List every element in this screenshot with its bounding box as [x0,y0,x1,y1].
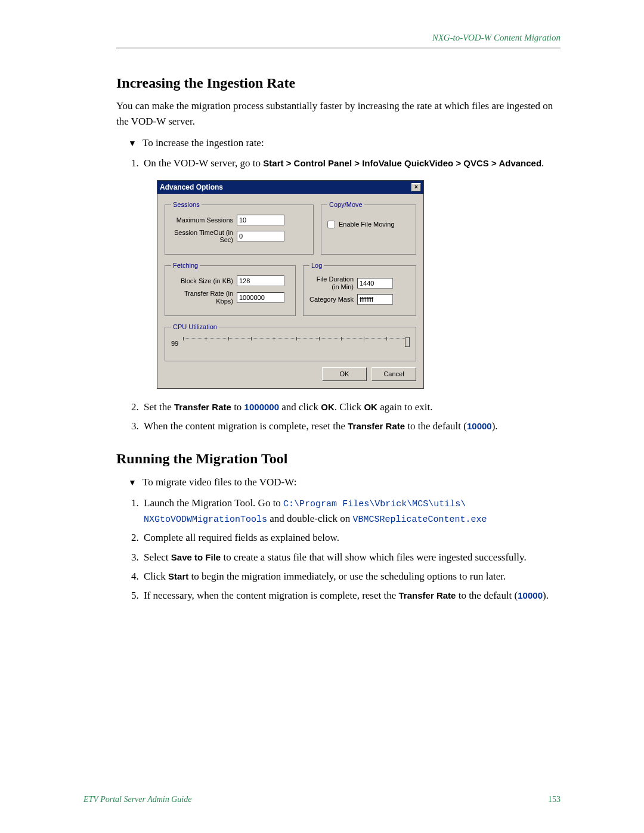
text: and double-click on [267,513,353,524]
text: and click [279,401,321,413]
max-sessions-label: Maximum Sessions [171,216,237,224]
category-mask-label: Category Mask [309,296,357,303]
text: Save to File [171,552,221,562]
step-1-2: Set the Transfer Rate to 1000000 and cli… [141,400,561,415]
step-2-2: Complete all required fields as explaine… [141,530,561,546]
text: to the default ( [405,420,467,432]
copymove-group: Copy/Move Enable File Moving [321,200,416,255]
text: ). [543,590,549,601]
step-1-3: When the content migration is complete, … [141,419,561,434]
close-icon[interactable]: × [411,183,421,191]
text: to begin the migration immediately, or u… [188,571,506,582]
text: OK [321,402,335,412]
enable-file-moving-checkbox[interactable] [327,221,335,228]
sessions-group: Sessions Maximum Sessions Session TimeOu… [165,200,314,255]
cpu-legend: CPU Utilization [171,322,219,332]
text: Transfer Rate [399,590,456,600]
procedure-intro-1-text: To increase the ingestion rate: [143,137,264,148]
header-rule [116,48,561,48]
text: OK [364,402,377,412]
nav-path: Start > Control Panel > InfoValue QuickV… [263,158,541,168]
code-exe: VBMCSReplicateContent.exe [353,515,487,525]
heading-ingestion: Increasing the Ingestion Rate [116,75,561,91]
steps-list-2: Launch the Migration Tool. Go to C:\Prog… [141,496,561,604]
file-duration-input[interactable] [357,278,393,289]
cancel-button[interactable]: Cancel [371,367,416,381]
max-sessions-input[interactable] [237,215,284,225]
page-header: NXG-to-VOD-W Content Migration [116,33,561,43]
procedure-intro-2-text: To migrate video files to the VOD-W: [143,476,296,488]
footer-guide-name: ETV Portal Server Admin Guide [83,795,191,804]
cpu-group: CPU Utilization 99 [165,322,416,361]
transfer-rate-label: Transfer Rate (in Kbps) [171,290,237,304]
text: Start [168,571,188,581]
text: Click [144,571,168,582]
text: 1000000 [244,402,279,412]
block-size-input[interactable] [237,275,284,286]
text: ). [492,420,498,432]
transfer-rate-input[interactable] [237,292,284,303]
dialog-titlebar: Advanced Options × [157,181,423,194]
text: On the VOD-W server, go to [144,157,263,169]
enable-file-moving-label: Enable File Moving [339,219,395,230]
text: 10000 [467,421,492,431]
text: If necessary, when the content migration… [144,590,399,601]
step-2-4: Click Start to begin the migration immed… [141,569,561,584]
heading-running: Running the Migration Tool [116,451,561,467]
step-2-5: If necessary, when the content migration… [141,588,561,603]
session-timeout-label: Session TimeOut (in Sec) [171,229,237,243]
ok-button[interactable]: OK [322,367,367,381]
footer-page-number: 153 [548,795,561,804]
para-ingestion: You can make the migration process subst… [116,98,561,129]
text: Select [144,552,171,563]
text: to create a status file that will show w… [221,552,527,563]
text: . Click [335,401,364,413]
triangle-down-icon: ▼ [128,476,140,490]
text: Transfer Rate [348,421,405,431]
step-2-1: Launch the Migration Tool. Go to C:\Prog… [141,496,561,527]
text: Set the [144,401,174,413]
log-group: Log File Duration (in Min) Category Mask [303,261,416,315]
fetching-group: Fetching Block Size (in KB) Transfer Rat… [165,261,296,315]
cpu-value: 99 [171,339,178,349]
text: to the default ( [456,590,518,601]
text: to [231,401,244,413]
triangle-down-icon: ▼ [128,137,140,150]
text: 10000 [518,590,543,600]
file-duration-label: File Duration (in Min) [309,275,357,290]
session-timeout-input[interactable] [237,231,284,241]
advanced-options-dialog: Advanced Options × Sessions Maximum Sess… [157,180,424,389]
category-mask-input[interactable] [357,294,393,305]
fetching-legend: Fetching [171,261,200,271]
copymove-legend: Copy/Move [327,200,364,210]
text: Launch the Migration Tool. Go to [144,497,283,509]
sessions-legend: Sessions [171,200,202,210]
text: . [541,157,544,169]
procedure-intro-1: ▼ To increase the ingestion rate: [128,135,561,151]
block-size-label: Block Size (in KB) [171,277,237,284]
procedure-intro-2: ▼ To migrate video files to the VOD-W: [128,474,561,490]
text: Transfer Rate [174,402,231,412]
step-2-3: Select Save to File to create a status f… [141,550,561,565]
log-legend: Log [309,261,324,271]
cpu-slider[interactable] [183,338,410,350]
step-1-1: On the VOD-W server, go to Start > Contr… [141,156,561,388]
steps-list-1: On the VOD-W server, go to Start > Contr… [141,156,561,434]
slider-thumb-icon[interactable] [405,337,410,347]
dialog-title: Advanced Options [160,182,223,193]
text: When the content migration is complete, … [144,420,348,432]
text: again to exit. [377,401,433,413]
page-footer: ETV Portal Server Admin Guide 153 [83,795,561,804]
